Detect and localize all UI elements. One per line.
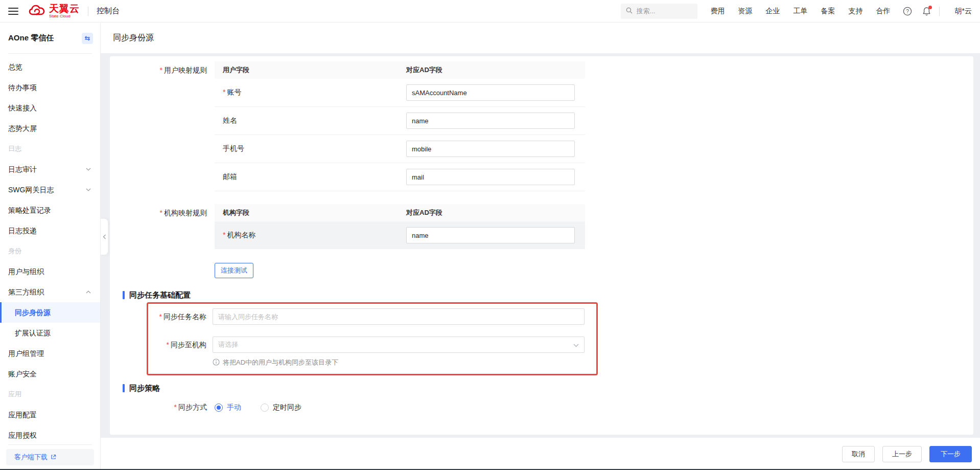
sidebar-item[interactable]: 应用授权 xyxy=(0,425,100,445)
sidebar-item[interactable]: 日志投递 xyxy=(0,220,100,241)
footer-action-bar: 取消 上一步 下一步 xyxy=(101,438,980,470)
client-download-button[interactable]: 客户端下载 xyxy=(6,449,94,465)
sidebar-item[interactable]: SWG网关日志 xyxy=(0,180,100,200)
external-link-icon xyxy=(51,454,56,461)
sidebar-item[interactable]: 同步身份源 xyxy=(0,302,100,323)
connection-test-button[interactable]: 连接测试 xyxy=(215,263,253,278)
notification-bell-icon[interactable] xyxy=(922,7,931,16)
field-name: 姓名 xyxy=(223,116,237,124)
content-area: *用户映射规则 用户字段 对应AD字段 *账号 姓名 手机号 xyxy=(101,53,980,438)
topbar-nav-item[interactable]: 费用 xyxy=(711,7,725,16)
table-row: 姓名 xyxy=(215,107,585,135)
sidebar-item[interactable]: 态势大屏 xyxy=(0,118,100,139)
ad-field-input[interactable] xyxy=(406,141,575,157)
divider xyxy=(8,444,92,445)
cancel-button[interactable]: 取消 xyxy=(842,446,875,462)
next-step-button[interactable]: 下一步 xyxy=(929,446,972,462)
console-label[interactable]: 控制台 xyxy=(97,6,120,16)
sidebar-item[interactable]: 应用配置 xyxy=(0,405,100,425)
svg-text:?: ? xyxy=(906,8,909,14)
field-name: 账号 xyxy=(227,88,241,96)
sidebar-item[interactable]: 扩展认证源 xyxy=(0,323,100,343)
ad-field-input[interactable] xyxy=(406,113,575,129)
table-header: 用户字段 对应AD字段 xyxy=(215,61,585,79)
required-asterisk: * xyxy=(160,209,162,217)
topbar-nav-item[interactable]: 支持 xyxy=(849,7,863,16)
swap-icon[interactable]: ⇆ xyxy=(82,33,93,44)
user-mapping-table: 用户字段 对应AD字段 *账号 姓名 手机号 邮箱 xyxy=(215,61,585,191)
help-icon[interactable]: ? xyxy=(903,7,912,16)
ad-field-input[interactable] xyxy=(406,169,575,185)
required-asterisk: * xyxy=(167,341,169,349)
sync-org-select[interactable]: 请选择 xyxy=(213,337,585,353)
table-row: *账号 xyxy=(215,79,585,107)
sidebar-collapse-handle[interactable] xyxy=(101,218,108,255)
sidebar-item[interactable]: 总览 xyxy=(0,57,100,77)
user-mapping-label: *用户映射规则 xyxy=(110,61,215,79)
sidebar-item[interactable]: 第三方组织 xyxy=(0,282,100,302)
org-mapping-table: 机构字段 对应AD字段 *机构名称 xyxy=(215,204,585,249)
notification-dot xyxy=(928,6,932,9)
annotation-red-box: *同步任务名称 *同步至机构 请选择 xyxy=(147,302,598,375)
radio-circle-icon xyxy=(261,404,269,412)
prev-step-button[interactable]: 上一步 xyxy=(882,446,922,462)
brand-logo[interactable]: 天翼云 State Cloud xyxy=(29,4,80,18)
radio-option[interactable]: 手动 xyxy=(215,403,241,412)
menu-icon[interactable] xyxy=(8,8,18,15)
sidebar-item[interactable]: 用户与组织 xyxy=(0,261,100,282)
table-row: *机构名称 xyxy=(215,221,585,249)
sidebar-item[interactable]: 账户安全 xyxy=(0,364,100,384)
search-input[interactable] xyxy=(636,7,692,15)
radio-label: 手动 xyxy=(227,403,241,412)
required-asterisk: * xyxy=(223,231,225,239)
sidebar-item[interactable]: 待办事项 xyxy=(0,77,100,98)
basic-config-section-title: 同步任务基础配置 xyxy=(123,290,973,300)
topbar-nav-item[interactable]: 资源 xyxy=(738,7,753,16)
ad-field-input[interactable] xyxy=(406,84,575,101)
required-asterisk: * xyxy=(159,312,162,321)
main-area: 同步身份源 *用户映射规则 用户字段 对应AD字段 *账号 xyxy=(101,23,980,470)
ad-field-input[interactable] xyxy=(406,227,575,243)
chevron-down-icon xyxy=(86,168,91,171)
sidebar-item[interactable]: 日志审计 xyxy=(0,159,100,180)
topbar-nav-item[interactable]: 工单 xyxy=(794,7,808,16)
required-asterisk: * xyxy=(160,66,162,74)
sidebar-item[interactable]: 快速接入 xyxy=(0,98,100,118)
table-row: 手机号 xyxy=(215,135,585,163)
topbar-nav-item[interactable]: 企业 xyxy=(766,7,780,16)
field-name: 机构名称 xyxy=(227,231,255,239)
divider xyxy=(939,7,940,16)
sidebar-item[interactable]: 用户组管理 xyxy=(0,343,100,364)
task-name-label: *同步任务名称 xyxy=(148,308,213,325)
search-box[interactable] xyxy=(621,4,697,19)
brand-name: 天翼云 xyxy=(49,4,80,13)
brand-subtitle: State Cloud xyxy=(49,14,80,18)
username[interactable]: 胡*云 xyxy=(955,7,972,16)
task-name-input[interactable] xyxy=(213,308,585,325)
radio-label: 定时同步 xyxy=(273,403,301,412)
section-bar xyxy=(123,291,125,299)
radio-option[interactable]: 定时同步 xyxy=(261,403,301,412)
topbar: 天翼云 State Cloud 控制台 费用资源企业工单备案支持合作 ? 胡*云 xyxy=(0,0,980,23)
topbar-nav: 费用资源企业工单备案支持合作 xyxy=(711,7,891,16)
table-row: 邮箱 xyxy=(215,163,585,191)
cloud-logo-icon xyxy=(29,4,46,18)
divider xyxy=(88,7,88,16)
sidebar-section-label: 身份 xyxy=(0,241,100,261)
sync-org-label: *同步至机构 xyxy=(148,337,213,353)
sync-mode-radio-group: 手动 定时同步 xyxy=(215,399,301,412)
page-title: 同步身份源 xyxy=(113,33,154,43)
sidebar-item[interactable]: 策略处置记录 xyxy=(0,200,100,220)
page-header: 同步身份源 xyxy=(101,23,980,53)
chevron-down-icon xyxy=(86,188,91,191)
topbar-nav-item[interactable]: 备案 xyxy=(821,7,835,16)
policy-section-title: 同步策略 xyxy=(123,384,973,393)
chevron-down-icon xyxy=(573,341,579,349)
field-name: 手机号 xyxy=(223,144,244,152)
search-icon xyxy=(626,7,633,15)
sync-org-hint: 将把AD中的用户与机构同步至该目录下 xyxy=(213,358,596,367)
chevron-up-icon xyxy=(86,290,91,294)
table-header: 机构字段 对应AD字段 xyxy=(215,204,585,221)
radio-circle-icon xyxy=(215,404,223,412)
topbar-nav-item[interactable]: 合作 xyxy=(876,7,891,16)
